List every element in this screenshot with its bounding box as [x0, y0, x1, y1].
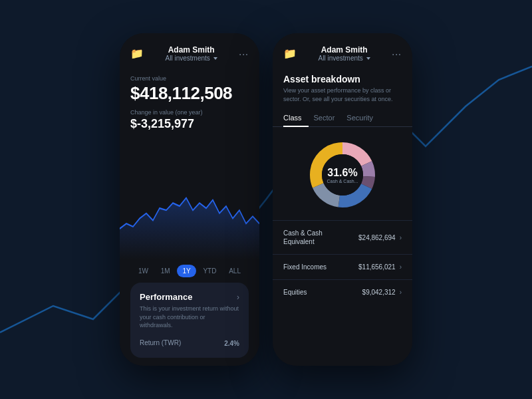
asset-breakdown-desc: View your asset performance by class or …: [283, 86, 402, 103]
asset-chevron-cash: ›: [400, 234, 402, 241]
performance-chevron-right[interactable]: ›: [237, 293, 239, 302]
asset-value-fixed: $11,656,021: [358, 263, 396, 271]
phone1-header-center: Adam Smith All investments: [166, 45, 217, 62]
asset-value-row-equities: $9,042,312 ›: [362, 289, 402, 296]
donut-chart-area: 31.6% Cash & Cash...: [273, 127, 412, 220]
more-icon-2[interactable]: ···: [392, 49, 402, 59]
asset-value-equities: $9,042,312: [362, 289, 396, 296]
phone2-investments-label: All investments: [319, 55, 363, 62]
phones-container: 📁 Adam Smith All investments ··· Current…: [120, 33, 412, 366]
period-1w[interactable]: 1W: [133, 265, 154, 277]
asset-value-row-fixed: $11,656,021 ›: [358, 263, 402, 271]
asset-tabs: Class Sector Security: [273, 110, 412, 127]
period-1m[interactable]: 1M: [156, 265, 176, 277]
phone1-body: Current value $418,112,508 Change in val…: [120, 67, 259, 366]
donut-center-text: 31.6% Cash & Cash...: [327, 167, 358, 184]
phone2-header: 📁 Adam Smith All investments ···: [273, 33, 412, 67]
asset-value-cash: $24,862,694: [358, 234, 396, 241]
period-all[interactable]: ALL: [223, 265, 246, 277]
tab-sector[interactable]: Sector: [314, 110, 342, 126]
asset-item-fixed[interactable]: Fixed Incomes $11,656,021 ›: [273, 254, 412, 279]
phone2-user-name: Adam Smith: [321, 45, 368, 55]
current-value: $418,112,508: [130, 83, 249, 104]
phone-2: 📁 Adam Smith All investments ··· Asset b…: [273, 33, 412, 366]
phone-1: 📁 Adam Smith All investments ··· Current…: [120, 33, 259, 366]
phone2-body: Asset breakdown View your asset performa…: [273, 67, 412, 366]
performance-title: Performance: [140, 292, 192, 302]
asset-breakdown-title: Asset breakdown: [283, 74, 402, 84]
twr-row: Return (TWR) 2.4%: [140, 336, 239, 348]
phone1-investments-selector[interactable]: All investments: [166, 55, 217, 62]
asset-value-row-cash: $24,862,694 ›: [358, 234, 402, 241]
phone1-header: 📁 Adam Smith All investments ···: [120, 33, 259, 67]
phone2-investments-selector[interactable]: All investments: [319, 55, 370, 62]
asset-name-cash: Cash & Cash Equivalent: [283, 229, 343, 246]
performance-title-row: Performance ›: [140, 292, 239, 302]
change-value: $-3,215,977: [130, 117, 249, 131]
asset-item-equities[interactable]: Equities $9,042,312 ›: [273, 279, 412, 305]
phone1-investments-label: All investments: [166, 55, 210, 62]
change-label: Change in value (one year): [130, 109, 249, 116]
period-buttons: 1W 1M 1Y YTD ALL: [130, 259, 249, 283]
donut-category-label: Cash & Cash...: [327, 179, 358, 184]
asset-name-fixed: Fixed Incomes: [283, 263, 327, 271]
twr-label: Return (TWR): [140, 339, 181, 346]
asset-breakdown-header: Asset breakdown View your asset performa…: [273, 67, 412, 110]
asset-name-equities: Equities: [283, 288, 307, 297]
donut-percent: 31.6%: [327, 167, 358, 179]
portfolio-chart: [120, 136, 259, 259]
performance-card: Performance › This is your investment re…: [130, 283, 249, 358]
chevron-down-icon-2: [366, 57, 370, 60]
current-value-label: Current value: [130, 75, 249, 82]
donut-chart: 31.6% Cash & Cash...: [303, 135, 382, 215]
more-icon-1[interactable]: ···: [239, 49, 249, 59]
chevron-down-icon-1: [213, 57, 217, 60]
asset-list: Cash & Cash Equivalent $24,862,694 › Fix…: [273, 220, 412, 366]
asset-chevron-fixed: ›: [400, 263, 402, 271]
period-1y[interactable]: 1Y: [177, 265, 196, 277]
asset-item-cash[interactable]: Cash & Cash Equivalent $24,862,694 ›: [273, 220, 412, 254]
asset-chevron-equities: ›: [400, 289, 402, 296]
phone1-user-name: Adam Smith: [168, 45, 215, 55]
twr-value: 2.4%: [224, 336, 239, 348]
phone2-header-center: Adam Smith All investments: [319, 45, 370, 62]
tab-class[interactable]: Class: [283, 110, 309, 127]
wallet-icon-1: 📁: [130, 47, 144, 60]
wallet-icon-2: 📁: [283, 47, 297, 60]
tab-security[interactable]: Security: [346, 110, 380, 126]
performance-description: This is your investment return without y…: [140, 305, 239, 330]
period-ytd[interactable]: YTD: [198, 265, 221, 277]
